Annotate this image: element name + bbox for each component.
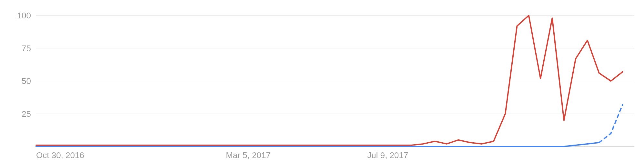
y-tick-75: 75: [15, 44, 31, 54]
gridlines: [36, 15, 634, 114]
x-tick-2: Jul 9, 2017: [367, 150, 408, 160]
y-tick-50: 50: [15, 76, 31, 86]
trends-line-chart: 100 75 50 25 Oct 30, 2016 Mar 5, 2017 Ju…: [0, 0, 644, 162]
x-tick-1: Mar 5, 2017: [226, 150, 271, 160]
y-tick-25: 25: [15, 109, 31, 119]
plot-area: [36, 15, 634, 147]
y-tick-100: 100: [15, 11, 31, 21]
x-tick-0: Oct 30, 2016: [36, 150, 84, 160]
series-blue-forecast: [599, 105, 623, 143]
series-red: [36, 15, 623, 145]
